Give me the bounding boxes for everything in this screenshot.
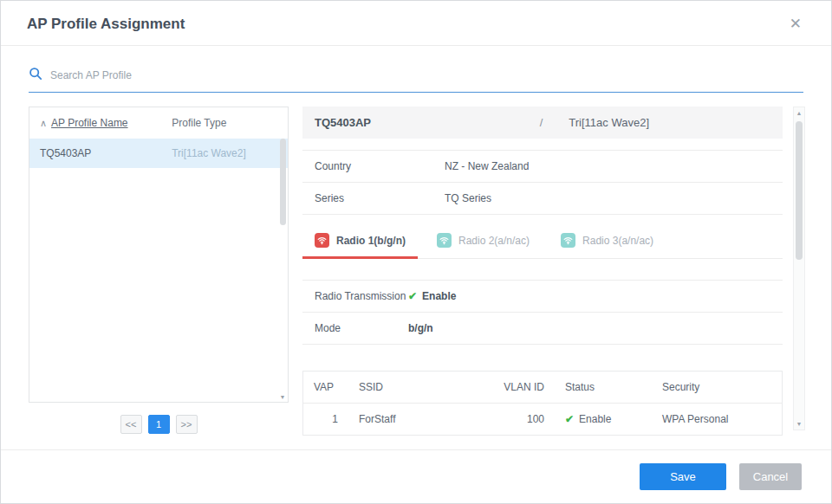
tab-radio-2[interactable]: Radio 2(a/n/ac) [425, 225, 542, 259]
profile-list-panel: ∧AP Profile Name Profile Type TQ5403AP T… [29, 107, 289, 437]
tab-label: Radio 2(a/n/ac) [458, 235, 530, 247]
tab-label: Radio 1(b/g/n) [336, 235, 406, 247]
radio-transmission-row: Radio Transmission ✔ Enable [302, 280, 783, 313]
vap-cell: 1 [303, 404, 348, 435]
close-icon[interactable]: ✕ [786, 15, 805, 33]
security-column-header: Security [652, 372, 782, 404]
radio-tabs: Radio 1(b/g/n) Radio 2(a/n/ac) [302, 225, 783, 259]
setting-label: Mode [315, 322, 408, 334]
dialog-content: ∧AP Profile Name Profile Type TQ5403AP T… [29, 107, 805, 437]
profile-list: ∧AP Profile Name Profile Type TQ5403AP T… [29, 107, 289, 403]
profile-list-row[interactable]: TQ5403AP Tri[11ac Wave2] [29, 139, 288, 168]
left-scrollbar[interactable]: ▼ [277, 137, 288, 402]
field-country: Country NZ - New Zealand [302, 150, 783, 183]
detail-fields: Country NZ - New Zealand Series TQ Serie… [302, 150, 783, 215]
ap-profile-assignment-dialog: AP Profile Assignment ✕ ∧AP Profile Name… [1, 1, 831, 503]
scroll-down-icon[interactable]: ▼ [277, 394, 288, 400]
profile-list-header: ∧AP Profile Name Profile Type [29, 107, 288, 139]
security-cell: WPA Personal [652, 404, 782, 435]
pagination: << 1 >> [29, 403, 289, 437]
status-cell: ✔ Enable [555, 404, 652, 435]
profile-name-cell: TQ5403AP [40, 147, 172, 159]
pager-last-button[interactable]: >> [176, 415, 198, 434]
setting-value-text: b/g/n [408, 322, 433, 334]
detail-profile-name: TQ5403AP [315, 116, 371, 129]
vap-column-header: VAP [303, 372, 348, 404]
pager-page-1-button[interactable]: 1 [148, 415, 170, 434]
pager-first-button[interactable]: << [120, 415, 142, 434]
column-ap-profile-name[interactable]: ∧AP Profile Name [40, 117, 172, 129]
setting-value: ✔ Enable [408, 290, 456, 302]
detail-profile-type: Tri[11ac Wave2] [569, 116, 649, 129]
column-label-name[interactable]: AP Profile Name [51, 117, 127, 129]
dialog-header: AP Profile Assignment ✕ [1, 1, 831, 46]
field-series: Series TQ Series [302, 183, 783, 215]
sort-caret-icon[interactable]: ∧ [40, 118, 47, 128]
vap-table: VAP SSID VLAN ID Status Security 1 ForSt… [302, 371, 783, 436]
scroll-up-icon[interactable]: ▲ [794, 110, 804, 116]
ssid-cell: ForStaff [348, 404, 477, 435]
tab-radio-1[interactable]: Radio 1(b/g/n) [302, 225, 418, 259]
check-icon: ✔ [565, 413, 574, 425]
separator: / [540, 116, 543, 129]
dialog-footer: Save Cancel [1, 449, 831, 503]
right-scrollbar-thumb[interactable] [796, 121, 803, 260]
radio-settings: Radio Transmission ✔ Enable Mode b/g/n [302, 280, 783, 345]
search-icon [29, 67, 42, 84]
left-scrollbar-thumb[interactable] [280, 139, 286, 225]
field-value: TQ Series [445, 192, 491, 204]
status-column-header: Status [555, 372, 652, 404]
mode-row: Mode b/g/n [302, 313, 783, 345]
field-value: NZ - New Zealand [445, 160, 529, 172]
right-scrollbar[interactable]: ▲ ▼ [793, 107, 805, 430]
cancel-button[interactable]: Cancel [739, 463, 802, 490]
search-input[interactable] [50, 69, 803, 81]
profile-type-cell: Tri[11ac Wave2] [172, 147, 277, 159]
status-text: Enable [579, 413, 611, 425]
setting-value-text: Enable [422, 290, 456, 302]
vlan-cell: 100 [477, 404, 555, 435]
check-icon: ✔ [408, 290, 417, 302]
tab-radio-3[interactable]: Radio 3(a/n/ac) [549, 225, 666, 259]
wifi-icon [315, 233, 329, 248]
profile-detail-panel: TQ5403AP / Tri[11ac Wave2] Country NZ - … [302, 107, 805, 437]
scroll-down-icon[interactable]: ▼ [794, 421, 804, 427]
save-button[interactable]: Save [640, 463, 726, 490]
vlan-column-header: VLAN ID [477, 372, 555, 404]
setting-label: Radio Transmission [315, 290, 408, 302]
dialog-title: AP Profile Assignment [27, 16, 185, 33]
field-label: Series [315, 192, 445, 204]
vap-table-row: 1 ForStaff 100 ✔ Enable WPA Personal [303, 404, 782, 435]
vap-table-header: VAP SSID VLAN ID Status Security [303, 372, 782, 404]
field-label: Country [315, 160, 445, 172]
wifi-icon [437, 233, 452, 248]
detail-header: TQ5403AP / Tri[11ac Wave2] [302, 107, 783, 139]
tab-label: Radio 3(a/n/ac) [582, 235, 653, 247]
ssid-column-header: SSID [348, 372, 477, 404]
detail-type-group: / Tri[11ac Wave2] [540, 116, 770, 129]
search-bar [29, 67, 803, 93]
column-profile-type[interactable]: Profile Type [172, 117, 277, 129]
wifi-icon [561, 233, 575, 248]
